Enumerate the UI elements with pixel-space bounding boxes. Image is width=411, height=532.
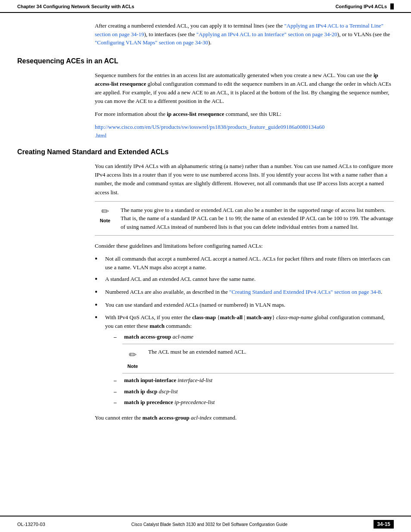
bullet-item-4: • You can use standard and extended ACLs… bbox=[95, 301, 394, 310]
inline-note-label-area: ✏ Note bbox=[122, 348, 143, 370]
bullet-item-2: • A standard ACL and an extended ACL can… bbox=[95, 275, 394, 284]
dash-char-3: – bbox=[114, 387, 121, 396]
bullet-content-4: You can use standard and extended ACLs (… bbox=[105, 301, 394, 309]
final-bold: match access-group bbox=[143, 414, 190, 421]
bullet-content-1: Not all commands that accept a numbered … bbox=[105, 255, 394, 271]
inline-note-icon: ✏ bbox=[129, 348, 137, 362]
bullet-content-5: With IPv4 QoS ACLs, if you enter the cla… bbox=[105, 313, 394, 409]
intro-paragraph: After creating a numbered extended ACL, … bbox=[95, 22, 394, 47]
dash-content-3: match ip dscp dscp-list bbox=[124, 387, 178, 396]
note-label-1: Note bbox=[100, 218, 110, 223]
footer-right: 34-15 bbox=[374, 520, 394, 529]
s1p1-text1: Sequence numbers for the entries in an a… bbox=[95, 72, 374, 78]
dash-item-2: – match input-interface interface-id-lis… bbox=[114, 376, 394, 385]
inline-note-text: The ACL must be an extended named ACL. bbox=[148, 348, 394, 356]
section-named-acls: Creating Named Standard and Extended ACL… bbox=[17, 148, 394, 422]
final-paragraph: You cannot enter the match access-group … bbox=[95, 414, 394, 422]
note-text-1: The name you give to a standard or exten… bbox=[121, 206, 394, 231]
section-resequencing: Resequencing ACEs in an ACL Sequence num… bbox=[17, 57, 394, 140]
guidelines-intro: Consider these guidelines and limitation… bbox=[95, 242, 394, 250]
bullet-item-3: • Numbered ACLs are also available, as d… bbox=[95, 288, 394, 297]
bullet-dot-1: • bbox=[95, 255, 102, 264]
page-footer: OL-13270-03 Cisco Catalyst Blade Switch … bbox=[0, 516, 411, 532]
intro-text-end: ). bbox=[208, 39, 212, 46]
bullet-dot-5: • bbox=[95, 313, 102, 323]
b5-bold4: match bbox=[149, 323, 165, 329]
link-numbered-acls[interactable]: "Creating Standard and Extended IPv4 ACL… bbox=[229, 289, 381, 295]
dash-content-1: match access-group acl-name bbox=[124, 333, 193, 341]
bullet-content-3: Numbered ACLs are also available, as des… bbox=[105, 288, 394, 296]
dash4-bold: match ip precedence bbox=[124, 399, 173, 405]
intro-text-mid2: ), or to VLANs (see the bbox=[337, 31, 390, 37]
b5-bold3: match-any bbox=[246, 314, 272, 320]
bullet-dot-4: • bbox=[95, 301, 102, 310]
final-italic: acl-index bbox=[190, 414, 212, 421]
b5-bold1: class-map bbox=[192, 314, 216, 320]
b5-text2: { bbox=[216, 314, 220, 320]
inline-note-label: Note bbox=[128, 363, 138, 370]
b5-text1: With IPv4 QoS ACLs, if you enter the bbox=[105, 314, 192, 320]
final-text1: You cannot enter the bbox=[95, 414, 143, 421]
section1-heading: Resequencing ACEs in an ACL bbox=[17, 57, 394, 65]
header-right-text: Configuring IPv4 ACLs bbox=[336, 4, 387, 9]
s1p2-bold: ip access-list resequence bbox=[167, 111, 224, 117]
b5-text6: commands: bbox=[165, 323, 192, 329]
section1-para1: Sequence numbers for the entries in an a… bbox=[95, 71, 394, 106]
url-link[interactable]: http://www.cisco.com/en/US/products/sw/i… bbox=[95, 124, 325, 139]
dash-char-1: – bbox=[114, 333, 121, 341]
s1p2-text2: command, see this URL: bbox=[224, 111, 282, 117]
b5-italic1: class-map-name bbox=[276, 314, 313, 320]
dash3-bold: match ip dscp bbox=[124, 388, 157, 395]
section2-para1: You can identify IPv4 ACLs with an alpha… bbox=[95, 162, 394, 197]
dash2-bold: match input-interface bbox=[124, 377, 176, 383]
main-content: After creating a numbered extended ACL, … bbox=[0, 13, 411, 457]
dash-char-2: – bbox=[114, 376, 121, 385]
link-vlan-maps[interactable]: "Configuring VLAN Maps" section on page … bbox=[95, 39, 208, 46]
footer-left: OL-13270-03 bbox=[17, 522, 45, 527]
section1-para2: For more information about the ip access… bbox=[95, 110, 394, 118]
intro-text-before: After creating a numbered extended ACL, … bbox=[95, 22, 284, 29]
footer-center: Cisco Catalyst Blade Switch 3130 and 303… bbox=[45, 522, 374, 527]
final-text2: command. bbox=[212, 414, 237, 421]
inline-note-box: ✏ Note The ACL must be an extended named… bbox=[122, 344, 394, 374]
bullet-dot-3: • bbox=[95, 288, 102, 297]
bullet-item-1: • Not all commands that accept a numbere… bbox=[95, 255, 394, 271]
dash2-italic: interface-id-list bbox=[176, 377, 212, 383]
bullet-item-5: • With IPv4 QoS ACLs, if you enter the c… bbox=[95, 313, 394, 409]
bullet-dot-2: • bbox=[95, 275, 102, 284]
section2-heading: Creating Named Standard and Extended ACL… bbox=[17, 148, 394, 156]
s1p2-text1: For more information about the bbox=[95, 111, 167, 117]
dash3-italic: dscp-list bbox=[157, 388, 177, 395]
b5-text4: } bbox=[272, 314, 276, 320]
note-box-1: ✏ Note The name you give to a standard o… bbox=[95, 201, 394, 236]
header-black-rect bbox=[390, 3, 394, 9]
intro-text-mid1: ), to interfaces (see the bbox=[144, 31, 196, 37]
note-label-area-1: ✏ Note bbox=[95, 206, 115, 223]
section1-url: http://www.cisco.com/en/US/products/sw/i… bbox=[95, 123, 394, 140]
dash-content-2: match input-interface interface-id-list bbox=[124, 376, 212, 385]
bullet-list: • Not all commands that accept a numbere… bbox=[95, 255, 394, 409]
dash-list: – match access-group acl-name ✏ Note The… bbox=[114, 333, 394, 407]
note-icon-1: ✏ bbox=[101, 206, 109, 217]
b5-bold2: match-all bbox=[220, 314, 243, 320]
dash-item-1: – match access-group acl-name bbox=[114, 333, 394, 341]
header-right: Configuring IPv4 ACLs bbox=[336, 3, 394, 9]
dash1-bold: match access-group bbox=[124, 333, 171, 340]
bullet-content-2: A standard ACL and an extended ACL canno… bbox=[105, 275, 394, 283]
dash4-italic: ip-precedence-list bbox=[173, 399, 215, 405]
dash-char-4: – bbox=[114, 398, 121, 407]
header-left: Chapter 34 Configuring Network Security … bbox=[17, 4, 134, 9]
page-header: Chapter 34 Configuring Network Security … bbox=[0, 0, 411, 13]
link-interface[interactable]: "Applying an IPv4 ACL to an Interface" s… bbox=[196, 31, 337, 37]
dash-content-4: match ip precedence ip-precedence-list bbox=[124, 398, 215, 407]
dash-item-3: – match ip dscp dscp-list bbox=[114, 387, 394, 396]
b5-text3: | bbox=[243, 314, 246, 320]
dash-item-4: – match ip precedence ip-precedence-list bbox=[114, 398, 394, 407]
dash1-italic: acl-name bbox=[171, 333, 193, 340]
page: Chapter 34 Configuring Network Security … bbox=[0, 0, 411, 532]
